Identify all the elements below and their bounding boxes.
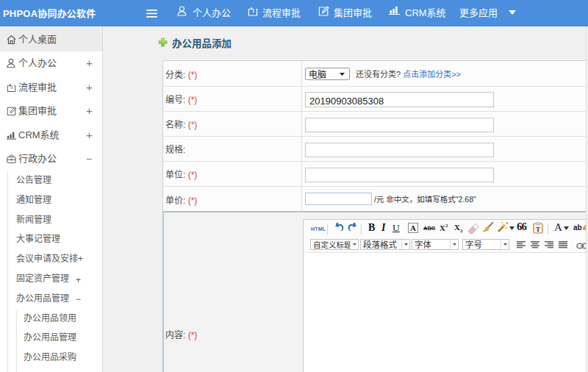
svg-text:T: T — [536, 226, 540, 233]
